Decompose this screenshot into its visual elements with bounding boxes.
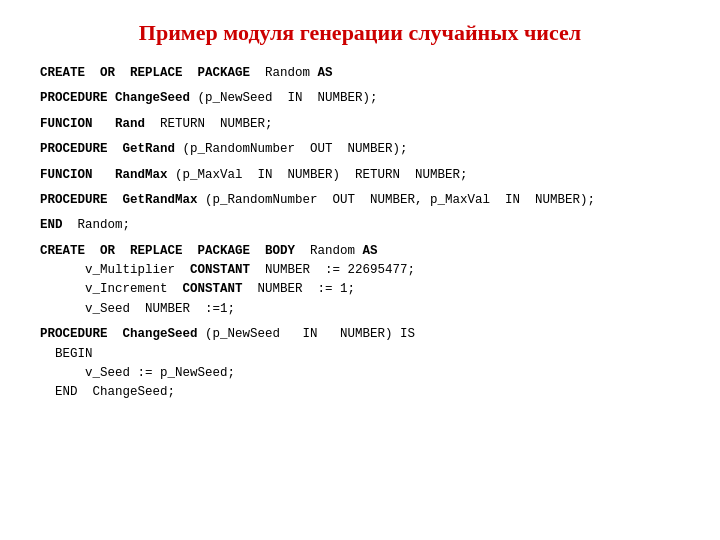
code-line-1: CREATE OR REPLACE PACKAGE Random AS xyxy=(40,64,680,83)
keyword-funcion-1: FUNCION xyxy=(40,117,93,131)
code-line-14: v_Seed := p_NewSeed; xyxy=(40,364,680,383)
keyword-constant-1: CONSTANT xyxy=(190,263,250,277)
func-name-1: Rand xyxy=(115,117,145,131)
code-line-8: CREATE OR REPLACE PACKAGE BODY Random AS xyxy=(40,242,680,261)
code-line-4: PROCEDURE GetRand (p_RandomNumber OUT NU… xyxy=(40,140,680,159)
code-block: CREATE OR REPLACE PACKAGE Random AS PROC… xyxy=(40,64,680,403)
proc-name-2: GetRand xyxy=(123,142,176,156)
proc-name-3: GetRandMax xyxy=(123,193,198,207)
proc-name-4: ChangeSeed xyxy=(123,327,198,341)
code-line-6: PROCEDURE GetRandMax (p_RandomNumber OUT… xyxy=(40,191,680,210)
keyword-create-body: CREATE OR REPLACE PACKAGE BODY xyxy=(40,244,295,258)
keyword-as-2: AS xyxy=(363,244,378,258)
page-title: Пример модуля генерации случайных чисел xyxy=(40,20,680,46)
code-line-12: PROCEDURE ChangeSeed (p_NewSeed IN NUMBE… xyxy=(40,325,680,344)
code-line-15: END ChangeSeed; xyxy=(40,383,680,402)
page-container: Пример модуля генерации случайных чисел … xyxy=(0,0,720,540)
func-name-2: RandMax xyxy=(115,168,168,182)
code-line-10: v_Increment CONSTANT NUMBER := 1; xyxy=(40,280,680,299)
code-line-3: FUNCION Rand RETURN NUMBER; xyxy=(40,115,680,134)
keyword-procedure-1: PROCEDURE xyxy=(40,91,108,105)
keyword-constant-2: CONSTANT xyxy=(183,282,243,296)
code-line-13: BEGIN xyxy=(40,345,680,364)
keyword-procedure-2: PROCEDURE xyxy=(40,142,108,156)
code-line-2: PROCEDURE ChangeSeed (p_NewSeed IN NUMBE… xyxy=(40,89,680,108)
keyword-funcion-2: FUNCION xyxy=(40,168,93,182)
code-line-9: v_Multiplier CONSTANT NUMBER := 22695477… xyxy=(40,261,680,280)
keyword-create: CREATE OR REPLACE PACKAGE xyxy=(40,66,250,80)
keyword-as-1: AS xyxy=(318,66,333,80)
keyword-procedure-3: PROCEDURE xyxy=(40,193,108,207)
proc-name-1: ChangeSeed xyxy=(115,91,190,105)
code-line-7: END Random; xyxy=(40,216,680,235)
code-line-5: FUNCION RandMax (p_MaxVal IN NUMBER) RET… xyxy=(40,166,680,185)
code-line-11: v_Seed NUMBER :=1; xyxy=(40,300,680,319)
keyword-end-1: END xyxy=(40,218,63,232)
keyword-procedure-4: PROCEDURE xyxy=(40,327,108,341)
